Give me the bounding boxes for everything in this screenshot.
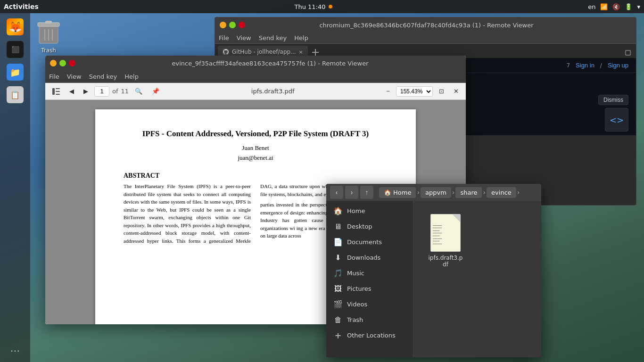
evince-close-button[interactable]: ×: [69, 60, 75, 66]
chromium-title-text: chromium_8c369e86346bc607fdaf78c40fd4c93…: [245, 22, 608, 29]
chromium-maximize-button[interactable]: □: [229, 22, 236, 28]
chromium-tab-close[interactable]: ×: [299, 49, 303, 55]
fm-crumb-home[interactable]: 🏠 Home: [379, 187, 416, 198]
svg-rect-2: [45, 21, 52, 24]
evince-crumb-label: evince: [491, 189, 512, 196]
network-icon[interactable]: 📶: [600, 3, 608, 10]
chromium-menu-help[interactable]: Help: [294, 34, 308, 41]
home-crumb-icon: 🏠: [384, 189, 391, 196]
dock-item-planner[interactable]: 📋: [5, 85, 25, 105]
evince-minimize-button[interactable]: −: [50, 60, 57, 66]
evince-page-input[interactable]: 1: [94, 86, 109, 97]
evince-titlebar: − □ × evince_9f35acffff34afeae8163cea475…: [45, 56, 466, 71]
evince-sidebar-button[interactable]: [49, 85, 63, 98]
dock-item-firefox[interactable]: 🦊: [5, 17, 25, 37]
fm-sidebar-videos[interactable]: 🎬 Videos: [328, 296, 411, 312]
evince-window-controls[interactable]: − □ ×: [50, 60, 75, 66]
fm-sidebar-desktop[interactable]: 🖥 Desktop: [328, 219, 411, 234]
fm-forward-button[interactable]: ›: [345, 186, 358, 199]
evince-menu-file[interactable]: File: [49, 73, 59, 80]
desktop-trash-label: Trash: [41, 47, 56, 54]
svg-rect-8: [626, 50, 630, 55]
evince-zoom-out[interactable]: −: [383, 85, 393, 98]
fm-back-button[interactable]: ‹: [330, 186, 343, 199]
chromium-restore-button[interactable]: [625, 49, 631, 58]
sign-up-button[interactable]: Sign up: [608, 62, 628, 69]
fm-breadcrumb: 🏠 Home › appvm › share › evince ›: [379, 187, 534, 198]
fm-up-icon: ↑: [365, 189, 369, 196]
fm-sidebar: 🏠 Home 🖥 Desktop 📄 Documents ⬇ Downloads…: [326, 201, 413, 357]
dock-item-files[interactable]: 📁: [5, 62, 25, 82]
code-icon-box[interactable]: <>: [605, 108, 628, 132]
evince-menu-help[interactable]: Help: [124, 73, 139, 80]
evince-fit-page[interactable]: ⊡: [436, 85, 447, 98]
chromium-close-button[interactable]: ×: [239, 22, 245, 28]
pdf-abstract-heading: ABSTRACT: [124, 172, 388, 180]
evince-menu-view[interactable]: View: [67, 73, 82, 80]
svg-rect-9: [52, 88, 55, 95]
evince-annotation-button[interactable]: 📌: [149, 85, 163, 98]
evince-next-page[interactable]: ▶: [80, 85, 91, 98]
fm-sidebar-home-label: Home: [347, 207, 365, 214]
fm-sidebar-documents[interactable]: 📄 Documents: [328, 234, 411, 249]
trash-svg-icon: [37, 19, 60, 46]
file-manager-panel: ‹ › ↑ 🏠 Home › appvm › share › evince: [326, 184, 541, 357]
evince-toolbar: ◀ ▶ 1 of 11 🔍 📌 ipfs.draft3.pdf − 155.43…: [45, 83, 466, 100]
svg-rect-12: [56, 94, 60, 95]
fm-sidebar-downloads[interactable]: ⬇ Downloads: [328, 250, 411, 265]
fm-sidebar-trash[interactable]: 🗑 Trash: [328, 312, 411, 327]
fm-sidebar-pictures-label: Pictures: [347, 285, 371, 292]
fm-up-button[interactable]: ↑: [360, 186, 373, 199]
activities-button[interactable]: Activities: [4, 3, 39, 10]
chromium-menu-sendkey[interactable]: Send key: [259, 34, 287, 41]
page-number-indicator: 7: [566, 62, 570, 69]
evince-menu-sendkey[interactable]: Send key: [89, 73, 117, 80]
fm-sidebar-pictures[interactable]: 🖼 Pictures: [328, 281, 411, 296]
power-icon[interactable]: 🔋: [625, 3, 632, 10]
evince-menubar: File View Send key Help: [45, 71, 466, 83]
pictures-icon: 🖼: [334, 284, 342, 293]
firefox-icon: 🦊: [7, 18, 24, 35]
fm-main-area: ━━━━━━━━━━━━━━━━━━━━━━━━━━━━━━━━━━━━━━━━…: [413, 201, 541, 357]
fm-sidebar-music[interactable]: 🎵 Music: [328, 265, 411, 280]
music-icon: 🎵: [334, 269, 342, 277]
documents-icon: 📄: [334, 238, 342, 246]
fm-crumb-sep-3: ›: [483, 189, 486, 196]
chromium-tab-label: GitHub - jollheef/app...: [232, 49, 296, 55]
evince-search-button[interactable]: 🔍: [132, 85, 146, 98]
svg-rect-10: [56, 88, 60, 89]
fm-file-ipfs[interactable]: ━━━━━━━━━━━━━━━━━━━━━━━━━━━━━━━━━━━━━━━━…: [423, 210, 468, 272]
sign-in-button[interactable]: Sign in: [576, 62, 594, 69]
desktop-trash-icon[interactable]: Trash: [37, 19, 60, 54]
svg-rect-7: [312, 52, 319, 53]
trash-icon: 🗑: [334, 315, 342, 324]
fm-back-icon: ‹: [336, 189, 338, 196]
chromium-minimize-button[interactable]: −: [220, 22, 226, 28]
fm-sidebar-downloads-label: Downloads: [347, 254, 380, 261]
fm-sidebar-home[interactable]: 🏠 Home: [328, 203, 411, 218]
fm-crumb-sep-4: ›: [517, 189, 520, 196]
home-crumb-label: Home: [393, 189, 411, 196]
chromium-window-controls[interactable]: − □ ×: [220, 22, 245, 28]
fm-crumb-share[interactable]: share: [455, 187, 482, 198]
chevron-down-icon[interactable]: ▾: [637, 3, 640, 10]
evince-prev-page[interactable]: ◀: [66, 85, 77, 98]
chromium-titlebar: − □ × chromium_8c369e86346bc607fdaf78c40…: [215, 17, 636, 33]
chromium-menu-file[interactable]: File: [219, 34, 229, 41]
dismiss-button[interactable]: Dismiss: [598, 95, 628, 105]
chromium-menu-view[interactable]: View: [237, 34, 251, 41]
language-indicator[interactable]: en: [588, 3, 595, 10]
evince-page-total: 11: [121, 88, 129, 95]
fm-sidebar-other-locations[interactable]: + Other Locations: [328, 328, 411, 343]
terminal-icon: ⬛: [7, 41, 24, 58]
evince-zoom-select[interactable]: 155.43%: [396, 86, 433, 97]
fm-crumb-appvm[interactable]: appvm: [421, 187, 451, 198]
evince-close-btn[interactable]: ✕: [450, 85, 462, 98]
dock-item-terminal[interactable]: ⬛: [5, 40, 25, 59]
app-grid-button[interactable]: ⋯: [8, 343, 23, 358]
sound-icon[interactable]: 🔇: [612, 3, 620, 10]
fm-body: 🏠 Home 🖥 Desktop 📄 Documents ⬇ Downloads…: [326, 201, 541, 357]
fm-crumb-evince[interactable]: evince: [487, 187, 516, 198]
evince-maximize-button[interactable]: □: [59, 60, 66, 66]
fm-sidebar-other-locations-label: Other Locations: [347, 332, 396, 339]
